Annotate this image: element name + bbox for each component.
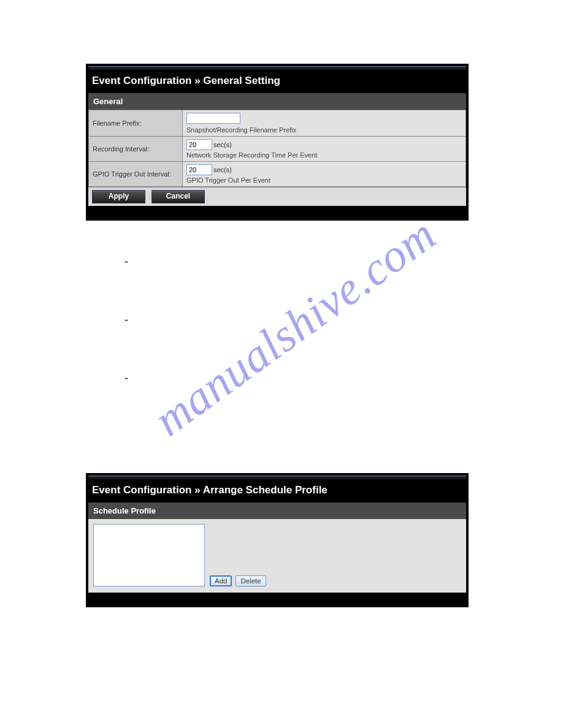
- panel-footer: [88, 206, 466, 218]
- filename-prefix-input[interactable]: [186, 113, 240, 124]
- recording-interval-unit: sec(s): [213, 141, 232, 148]
- hint-recording-interval: Network Storage Recording Time Per Event: [186, 151, 462, 159]
- schedule-profile-panel: Event Configuration » Arrange Schedule P…: [86, 473, 469, 607]
- section-heading-general: General: [88, 93, 466, 110]
- button-row: Apply Cancel: [88, 187, 466, 206]
- add-button[interactable]: Add: [210, 575, 232, 586]
- row-filename-prefix: Filename Prefix: Snapshot/Recording File…: [89, 110, 466, 137]
- hint-filename-prefix: Snapshot/Recording Filename Prefix: [186, 126, 462, 134]
- label-recording-interval: Recording Interval:: [89, 137, 183, 162]
- watermark: manualshive.com: [144, 207, 446, 447]
- row-gpio-interval: GPIO Trigger Out Interval: sec(s) GPIO T…: [89, 162, 466, 187]
- recording-interval-input[interactable]: [186, 139, 212, 150]
- gpio-interval-unit: sec(s): [213, 166, 232, 173]
- panel-footer: [88, 593, 466, 605]
- label-filename-prefix: Filename Prefix:: [89, 110, 183, 137]
- section-heading-schedule: Schedule Profile: [88, 502, 466, 519]
- settings-table: Filename Prefix: Snapshot/Recording File…: [88, 110, 466, 187]
- panel-heading: Event Configuration » Arrange Schedule P…: [88, 479, 466, 502]
- cancel-button[interactable]: Cancel: [151, 190, 205, 203]
- hint-gpio-interval: GPIO Trigger Out Per Event: [186, 176, 462, 184]
- schedule-profile-listbox[interactable]: [93, 524, 205, 586]
- profile-body: Add Delete: [88, 519, 466, 593]
- panel-heading: Event Configuration » General Setting: [88, 70, 466, 93]
- page-dashes: - - -: [124, 256, 128, 385]
- general-setting-panel: Event Configuration » General Setting Ge…: [86, 64, 469, 221]
- label-gpio-interval: GPIO Trigger Out Interval:: [89, 162, 183, 187]
- row-recording-interval: Recording Interval: sec(s) Network Stora…: [89, 137, 466, 162]
- delete-button[interactable]: Delete: [236, 575, 266, 586]
- gpio-interval-input[interactable]: [186, 164, 212, 175]
- apply-button[interactable]: Apply: [92, 190, 145, 203]
- profile-button-group: Add Delete: [210, 575, 266, 586]
